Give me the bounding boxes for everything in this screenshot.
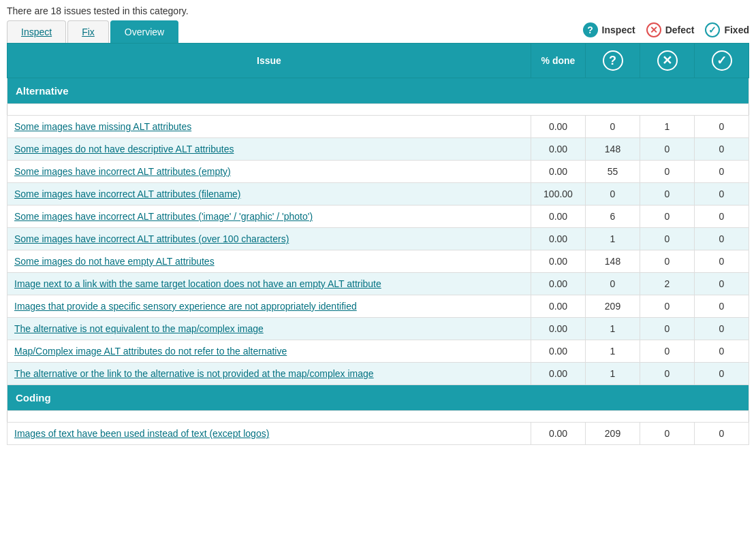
pct-cell: 0.00 (531, 295, 586, 318)
spacer-row (7, 104, 749, 116)
issue-link[interactable]: Some images do not have descriptive ALT … (14, 144, 234, 154)
issue-link[interactable]: Some images have incorrect ALT attribute… (14, 166, 231, 177)
issue-link[interactable]: Some images have incorrect ALT attribute… (14, 211, 313, 222)
legend-defect: ✕ Defect (646, 22, 695, 37)
defect-cell: 0 (640, 206, 695, 228)
legend-fixed-label: Fixed (724, 24, 749, 35)
inspect-cell: 1 (586, 318, 640, 340)
table-row: The alternative is not equivalent to the… (7, 318, 749, 340)
legend-inspect-label: Inspect (602, 24, 635, 35)
table-row: Some images have incorrect ALT attribute… (7, 206, 749, 228)
fixed-icon: ✓ (705, 22, 720, 37)
defect-cell: 0 (640, 318, 695, 340)
pct-cell: 0.00 (531, 318, 586, 340)
main-table-wrapper: Issue % done ? ✕ ✓ AlternativeSome image… (0, 43, 756, 452)
pct-cell: 0.00 (531, 363, 586, 385)
legend-fixed: ✓ Fixed (705, 22, 749, 37)
pct-cell: 0.00 (531, 340, 586, 363)
defect-cell: 0 (640, 183, 695, 206)
pct-cell: 100.00 (531, 183, 586, 206)
inspect-cell: 1 (586, 340, 640, 363)
issue-link[interactable]: Map/Complex image ALT attributes do not … (14, 346, 287, 357)
category-name: Coding (7, 385, 749, 411)
top-bar: There are 18 issues tested in this categ… (0, 0, 756, 43)
defect-cell: 1 (640, 116, 695, 138)
inspect-cell: 0 (586, 116, 640, 138)
tab-inspect[interactable]: Inspect (7, 20, 66, 43)
issue-link[interactable]: Images that provide a specific sensory e… (14, 301, 357, 312)
table-row: Some images do not have empty ALT attrib… (7, 250, 749, 273)
inspect-cell: 1 (586, 363, 640, 385)
table-row: The alternative or the link to the alter… (7, 363, 749, 385)
issue-cell: The alternative or the link to the alter… (7, 363, 531, 385)
inspect-cell: 0 (586, 273, 640, 295)
issue-cell: Some images have incorrect ALT attribute… (7, 183, 531, 206)
pct-cell: 0.00 (531, 273, 586, 295)
fixed-cell: 0 (695, 295, 749, 318)
pct-cell: 0.00 (531, 138, 586, 161)
header-inspect-icon: ? (603, 50, 623, 71)
table-row: Map/Complex image ALT attributes do not … (7, 340, 749, 363)
defect-cell: 0 (640, 250, 695, 273)
defect-cell: 0 (640, 423, 695, 445)
issue-cell: Images of text have been used instead of… (7, 423, 531, 445)
header-fixed: ✓ (695, 44, 749, 78)
table-row: Some images have incorrect ALT attribute… (7, 228, 749, 250)
issues-table: Issue % done ? ✕ ✓ AlternativeSome image… (7, 43, 749, 445)
issue-cell: Some images do not have descriptive ALT … (7, 138, 531, 161)
table-row: Some images have incorrect ALT attribute… (7, 183, 749, 206)
fixed-cell: 0 (695, 423, 749, 445)
tab-fix[interactable]: Fix (67, 20, 109, 43)
legend: ? Inspect ✕ Defect ✓ Fixed (583, 22, 749, 43)
issue-link[interactable]: The alternative is not equivalent to the… (14, 323, 264, 334)
fixed-cell: 0 (695, 363, 749, 385)
header-inspect: ? (586, 44, 640, 78)
table-header-row: Issue % done ? ✕ ✓ (7, 44, 749, 78)
issue-link[interactable]: Some images have missing ALT attributes (14, 121, 191, 132)
category-name: Alternative (7, 78, 749, 104)
issue-cell: Some images have incorrect ALT attribute… (7, 161, 531, 183)
inspect-cell: 209 (586, 295, 640, 318)
inspect-cell: 0 (586, 183, 640, 206)
defect-cell: 0 (640, 161, 695, 183)
issue-cell: The alternative is not equivalent to the… (7, 318, 531, 340)
issue-link[interactable]: Some images have incorrect ALT attribute… (14, 188, 241, 199)
header-pct: % done (531, 44, 586, 78)
issue-link[interactable]: The alternative or the link to the alter… (14, 368, 374, 379)
category-row: Coding (7, 385, 749, 411)
table-body: AlternativeSome images have missing ALT … (7, 78, 749, 445)
header-issue: Issue (7, 44, 531, 78)
tabs-container: Inspect Fix Overview (7, 20, 189, 43)
issue-cell: Some images have incorrect ALT attribute… (7, 228, 531, 250)
defect-cell: 0 (640, 138, 695, 161)
defect-icon: ✕ (646, 22, 661, 37)
issue-cell: Some images do not have empty ALT attrib… (7, 250, 531, 273)
fixed-cell: 0 (695, 206, 749, 228)
table-row: Images of text have been used instead of… (7, 423, 749, 445)
issue-link[interactable]: Images of text have been used instead of… (14, 428, 269, 439)
fixed-cell: 0 (695, 340, 749, 363)
issue-link[interactable]: Some images have incorrect ALT attribute… (14, 233, 289, 244)
header-fixed-icon: ✓ (712, 50, 732, 71)
inspect-cell: 55 (586, 161, 640, 183)
table-row: Image next to a link with the same targe… (7, 273, 749, 295)
issue-link[interactable]: Some images do not have empty ALT attrib… (14, 256, 215, 267)
legend-inspect: ? Inspect (583, 22, 635, 37)
table-row: Images that provide a specific sensory e… (7, 295, 749, 318)
issue-cell: Some images have missing ALT attributes (7, 116, 531, 138)
category-row: Alternative (7, 78, 749, 104)
inspect-cell: 209 (586, 423, 640, 445)
tab-overview[interactable]: Overview (110, 20, 178, 43)
fixed-cell: 0 (695, 116, 749, 138)
header-defect: ✕ (640, 44, 695, 78)
fixed-cell: 0 (695, 273, 749, 295)
fixed-cell: 0 (695, 138, 749, 161)
issue-cell: Map/Complex image ALT attributes do not … (7, 340, 531, 363)
inspect-cell: 148 (586, 138, 640, 161)
pct-cell: 0.00 (531, 116, 586, 138)
table-row: Some images do not have descriptive ALT … (7, 138, 749, 161)
pct-cell: 0.00 (531, 250, 586, 273)
table-row: Some images have incorrect ALT attribute… (7, 161, 749, 183)
fixed-cell: 0 (695, 228, 749, 250)
issue-link[interactable]: Image next to a link with the same targe… (14, 278, 381, 289)
